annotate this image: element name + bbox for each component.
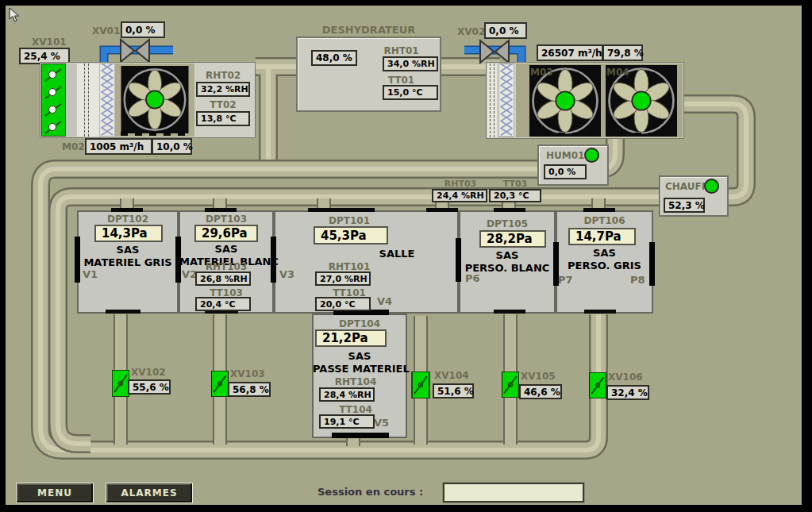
rht02-label: RHT02	[196, 70, 250, 81]
xv105-value-box: 46,6 %	[519, 384, 562, 399]
ahu-left-flow-box: 1005 m³/h	[85, 138, 152, 155]
rht03-value-box: 24,4 %RH	[432, 189, 487, 202]
damper-xv106-icon[interactable]	[589, 372, 606, 398]
dpt105-label: DPT105	[459, 218, 556, 229]
tt103-value-box: 20,4 °C	[195, 297, 251, 311]
chauff-status-indicator	[704, 179, 719, 194]
filter-icon	[498, 64, 514, 137]
tt03-label: TT03	[492, 179, 538, 189]
session-label: Session en cours :	[317, 486, 423, 498]
damper-xv105-icon[interactable]	[502, 371, 519, 398]
room-name-sas-materiel-gris: SAS MATERIEL GRIS	[79, 244, 177, 269]
dpt103-label: DPT103	[179, 214, 274, 225]
xv104-value-box: 51,6 %	[433, 383, 474, 398]
damper-xv102-icon[interactable]	[112, 370, 129, 397]
room-name-line2: PERSO. GRIS	[568, 260, 641, 271]
dpt102-label: DPT102	[77, 214, 179, 225]
room-name-line1: SAS	[215, 243, 238, 255]
xv103-value-box: 56,8 %	[228, 382, 271, 397]
xv102-label: XV102	[131, 367, 166, 378]
grille-bar	[494, 310, 525, 314]
grille-bar	[205, 208, 237, 212]
tt01-value-box: 15,0 °C	[383, 85, 438, 100]
menu-button[interactable]: MENU	[16, 483, 94, 503]
valve-xv02-icon[interactable]	[479, 39, 510, 64]
grille-bar	[494, 208, 525, 212]
rht01-label: RHT01	[368, 45, 435, 56]
tt104-value-box: 19,1 °C	[319, 414, 375, 429]
xv02-value-box[interactable]: 0,0 %	[484, 22, 527, 39]
door-label-p8: P8	[630, 274, 645, 286]
fan-grille-dashes	[606, 133, 677, 137]
door-label-p7: P7	[558, 274, 573, 286]
chauff-value-box: 52,3 %	[664, 198, 705, 213]
damper-divider-icon	[84, 64, 89, 137]
mouse-cursor-icon	[9, 7, 20, 23]
dpt102-value-box: 14,3Pa	[94, 225, 163, 242]
fan-grille-dashes	[121, 132, 189, 136]
session-input[interactable]	[443, 483, 584, 502]
xv01-value-box[interactable]: 0,0 %	[121, 21, 165, 38]
deshydrateur-percent-box: 48,0 %	[311, 50, 357, 66]
ahu-right-percent-box: 79,8 %	[602, 44, 643, 61]
ahu-left-percent-box: 10,0 %	[152, 138, 192, 155]
xv101-label: XV101	[32, 37, 67, 48]
deshydrateur-title: DESHYDRATEUR	[296, 24, 441, 36]
door-v5	[332, 433, 389, 438]
tt101-value-box: 20,0 °C	[315, 297, 371, 311]
valve-xv01-icon[interactable]	[119, 38, 151, 64]
grille-bar	[583, 208, 615, 212]
hum01-status-indicator	[584, 148, 599, 163]
dpt103-value-box: 29,6Pa	[194, 225, 258, 242]
door-label-v3: V3	[279, 268, 294, 280]
room-name-sas-passe-materiel: SAS PASSE MATERIEL	[313, 350, 406, 375]
dpt101-label: DPT101	[298, 215, 401, 226]
room-name-line2: PERSO. BLANC	[465, 262, 550, 274]
rht104-value-box: 28,4 %RH	[319, 387, 375, 402]
motor-m02-label: M02	[62, 141, 85, 152]
dpt105-value-box: 28,2Pa	[479, 230, 546, 248]
grille-bar	[426, 208, 458, 212]
room-name-line2: MATERIEL GRIS	[83, 256, 171, 268]
hmi-window: XV101 25,4 % XV01 0,0 % XV02 0,0 %	[0, 0, 812, 512]
door-label-v5: V5	[374, 417, 389, 429]
tt02-value-box: 13,8 °C	[196, 111, 250, 126]
alarms-button[interactable]: ALARMES	[106, 483, 193, 503]
room-name-sas-perso-gris: SAS PERSO. GRIS	[556, 247, 652, 272]
grille-bar	[111, 208, 143, 212]
rht104-label: RHT104	[312, 376, 399, 387]
xv01-label: XV01	[92, 25, 120, 37]
ahu-right-flow-box: 26507 m³/h	[537, 44, 603, 61]
grille-bar	[308, 208, 375, 212]
room-name-sas-perso-blanc: SAS PERSO. BLANC	[460, 249, 555, 275]
room-name-line1: SAS	[117, 244, 140, 256]
damper-divider-icon	[490, 64, 495, 137]
hum01-label: HUM01	[546, 150, 584, 161]
intake-louver-xv101-icon[interactable]	[41, 64, 66, 137]
dpt104-label: DPT104	[312, 318, 407, 329]
fan-m02-icon[interactable]	[119, 66, 190, 133]
ahu-left-section	[66, 64, 77, 137]
xv02-label: XV02	[457, 26, 485, 37]
dpt106-value-box: 14,7Pa	[568, 228, 636, 245]
tt104-label: TT104	[312, 404, 399, 415]
room-name-line1: SAS	[593, 247, 616, 259]
motor-m04-label: M04	[606, 67, 629, 78]
xv104-label: XV104	[434, 370, 469, 381]
damper-xv103-icon[interactable]	[211, 371, 229, 397]
rht101-value-box: 27,0 %RH	[315, 271, 371, 286]
damper-xv104-icon[interactable]	[411, 371, 430, 398]
rht103-label: RHT103	[179, 261, 274, 272]
motor-m03-label: M03	[530, 67, 553, 78]
fan-grille-dashes	[529, 133, 601, 137]
filter-icon	[99, 64, 115, 137]
rht101-label: RHT101	[298, 261, 401, 272]
door-label-v1: V1	[83, 268, 98, 280]
xv106-label: XV106	[608, 371, 643, 383]
chauff-label: CHAUFF	[665, 181, 708, 192]
xv102-value-box: 55,6 %	[128, 379, 171, 395]
rht03-label: RHT03	[436, 179, 485, 189]
hum01-value-box: 0,0 %	[544, 164, 587, 179]
tt02-label: TT02	[196, 99, 250, 110]
xv105-label: XV105	[521, 371, 556, 382]
